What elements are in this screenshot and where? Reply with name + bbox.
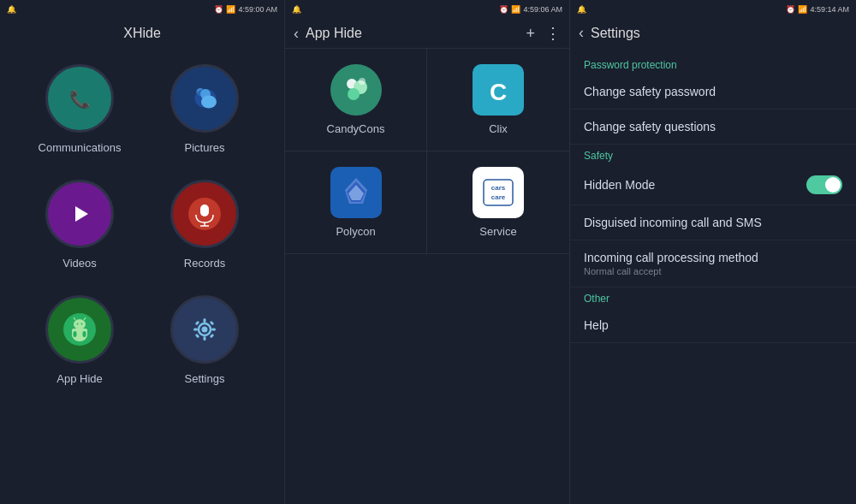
time-1: 4:59:00 AM — [238, 5, 277, 14]
svg-point-25 — [202, 327, 208, 333]
change-password-title: Change safety password — [584, 85, 842, 98]
svg-rect-10 — [200, 205, 209, 216]
service-icon: cars care — [473, 167, 524, 218]
toggle-knob — [825, 177, 841, 193]
status-left-1: 🔔 — [7, 5, 16, 14]
hidden-mode-toggle[interactable] — [806, 175, 842, 194]
more-button[interactable]: ⋮ — [545, 24, 561, 43]
signal-icon: 📶 — [226, 5, 235, 14]
incoming-method-item[interactable]: Incoming call processing method Normal c… — [570, 240, 856, 288]
svg-point-20 — [81, 323, 83, 325]
app-cell-polycon[interactable]: Polycon — [285, 151, 427, 254]
panel-xhide: 🔔 ⏰ 📶 4:59:00 AM XHide 📞 Communications — [0, 0, 285, 504]
app-cell-clix[interactable]: C Clix — [427, 49, 569, 151]
app-cell-service[interactable]: cars care Service — [427, 151, 569, 254]
grid-item-settings[interactable]: Settings — [142, 282, 267, 398]
incoming-method-title: Incoming call processing method — [584, 251, 842, 264]
polycon-label: Polycon — [336, 225, 375, 238]
help-item[interactable]: Help — [570, 308, 856, 343]
notification-icon-3: 🔔 — [577, 5, 586, 14]
candycons-svg — [335, 68, 377, 111]
grid-item-videos[interactable]: Videos — [17, 167, 142, 282]
status-bar-2: 🔔 ⏰ 📶 4:59:06 AM — [285, 0, 569, 19]
help-title: Help — [584, 318, 842, 332]
clix-icon: C — [473, 64, 524, 116]
service-svg: cars care — [477, 171, 520, 214]
videos-label: Videos — [62, 257, 97, 270]
communications-label: Communications — [39, 141, 122, 154]
status-right-1: ⏰ 📶 4:59:00 AM — [214, 5, 277, 14]
settings-back-button[interactable]: ‹ — [579, 24, 584, 42]
settings-title: Settings — [591, 26, 847, 41]
hidden-mode-title: Hidden Mode — [584, 178, 655, 192]
back-button[interactable]: ‹ — [294, 25, 299, 43]
candycons-label: CandyCons — [327, 122, 385, 135]
svg-rect-27 — [204, 336, 206, 341]
videos-icon-circle — [45, 180, 114, 248]
grid-item-app-hide[interactable]: App Hide — [17, 282, 142, 398]
signal-icon-2: 📶 — [511, 5, 520, 14]
app-hide-header: ‹ App Hide + ⋮ — [285, 19, 569, 48]
grid-item-records[interactable]: Records — [142, 167, 267, 282]
app-hide-title: App Hide — [306, 26, 519, 41]
section-safety: Safety — [570, 145, 856, 165]
svg-point-37 — [348, 88, 360, 100]
grid-item-communications[interactable]: 📞 Communications — [17, 51, 142, 167]
app-cell-candycons[interactable]: CandyCons — [285, 49, 427, 151]
pictures-label: Pictures — [185, 141, 225, 154]
records-label: Records — [184, 257, 225, 270]
xhide-title: XHide — [0, 19, 284, 51]
alarm-icon-3: ⏰ — [786, 5, 795, 14]
svg-point-18 — [74, 319, 86, 329]
signal-icon-3: 📶 — [798, 5, 807, 14]
section-password-protection: Password protection — [570, 54, 856, 74]
panel-settings: 🔔 ⏰ 📶 4:59:14 AM ‹ Settings Password pro… — [570, 0, 856, 504]
play-icon — [62, 197, 97, 231]
records-icon-circle — [170, 180, 239, 248]
svg-point-19 — [77, 323, 79, 325]
change-password-item[interactable]: Change safety password — [570, 74, 856, 110]
alarm-icon: ⏰ — [214, 5, 223, 14]
notification-icon-2: 🔔 — [292, 5, 301, 14]
add-button[interactable]: + — [526, 25, 535, 43]
mic-icon — [187, 197, 222, 231]
panel-app-hide: 🔔 ⏰ 📶 4:59:06 AM ‹ App Hide + ⋮ — [285, 0, 570, 504]
svg-rect-28 — [193, 329, 198, 331]
status-right-3: ⏰ 📶 4:59:14 AM — [786, 5, 849, 14]
clix-label: Clix — [489, 122, 508, 135]
change-questions-item[interactable]: Change safety questions — [570, 110, 856, 145]
hidden-mode-item[interactable]: Hidden Mode — [570, 165, 856, 205]
service-label: Service — [479, 225, 516, 238]
candycons-icon — [330, 64, 382, 116]
pictures-icon-circle — [170, 64, 239, 133]
svg-point-6 — [201, 96, 217, 109]
header-actions: + ⋮ — [526, 24, 561, 43]
settings-content: Password protection Change safety passwo… — [570, 47, 856, 350]
settings-icon-circle — [170, 295, 239, 364]
disguised-call-item[interactable]: Disguised incoming call and SMS — [570, 205, 856, 240]
notification-icon: 🔔 — [7, 5, 16, 14]
svg-text:C: C — [490, 79, 507, 105]
status-bar-1: 🔔 ⏰ 📶 4:59:00 AM — [0, 0, 284, 19]
clix-svg: C — [477, 68, 520, 111]
svg-text:care: care — [491, 193, 506, 201]
hidden-mode-row: Hidden Mode — [584, 175, 842, 194]
polycon-icon — [330, 167, 382, 218]
time-2: 4:59:06 AM — [523, 5, 562, 14]
gear-icon — [187, 312, 222, 347]
svg-point-38 — [359, 78, 366, 85]
status-left-2: 🔔 — [292, 5, 301, 14]
grid-item-pictures[interactable]: Pictures — [142, 51, 267, 167]
status-right-2: ⏰ 📶 4:59:06 AM — [499, 5, 562, 14]
alarm-icon-2: ⏰ — [499, 5, 508, 14]
status-bar-3: 🔔 ⏰ 📶 4:59:14 AM — [570, 0, 856, 19]
app-grid: CandyCons C Clix Polycon — [285, 48, 569, 254]
change-questions-title: Change safety questions — [584, 120, 842, 133]
svg-rect-26 — [204, 318, 206, 323]
xhide-grid: 📞 Communications Pictures — [0, 51, 284, 398]
incoming-method-sub: Normal call accept — [584, 266, 842, 276]
time-3: 4:59:14 AM — [810, 5, 849, 14]
phone-icon: 📞 — [62, 81, 97, 116]
settings-header: ‹ Settings — [570, 19, 856, 47]
app-hide-label: App Hide — [56, 372, 102, 385]
